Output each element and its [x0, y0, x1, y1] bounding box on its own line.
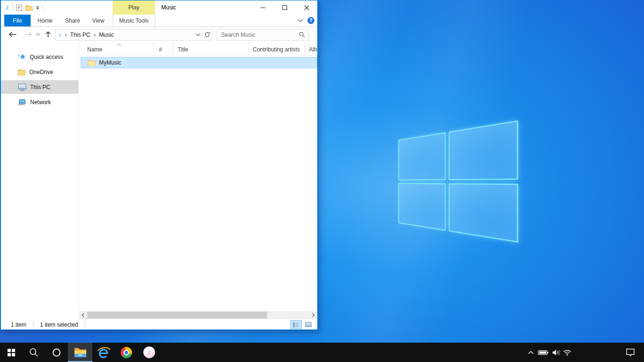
details-view-button[interactable]: [290, 320, 302, 329]
tab-view[interactable]: View: [88, 15, 108, 26]
navigation-bar: ♪ › This PC › Music: [1, 27, 317, 42]
help-icon[interactable]: ?: [307, 17, 314, 24]
taskbar: ♫: [0, 343, 644, 362]
sidebar-label: This PC: [30, 84, 50, 90]
sidebar-label: OneDrive: [29, 69, 53, 75]
back-button[interactable]: [8, 31, 17, 38]
scroll-left-icon[interactable]: [79, 311, 87, 319]
maximize-button[interactable]: [274, 0, 296, 15]
selection-count: 1 item selected: [40, 321, 78, 328]
separator: [42, 4, 43, 11]
chevron-up-icon: [528, 351, 534, 354]
action-center-button[interactable]: [623, 343, 638, 362]
scroll-right-icon[interactable]: [309, 311, 317, 319]
windows-logo-pane: [398, 183, 446, 231]
file-explorer-window: ♪ ✓ Play Music: [0, 0, 318, 330]
taskbar-search-button[interactable]: [23, 343, 45, 362]
search-icon: [29, 347, 39, 358]
search-box[interactable]: [217, 29, 309, 41]
taskbar-itunes-button[interactable]: ♫: [138, 343, 160, 362]
breadcrumb-chevron-icon: ›: [65, 31, 67, 38]
file-list: Name # Title Contributing artists Alb My…: [79, 42, 317, 311]
title-bar[interactable]: ♪ ✓ Play Music: [1, 0, 317, 15]
sidebar-item-quick-access[interactable]: Quick access: [1, 50, 78, 64]
sidebar-item-this-pc[interactable]: This PC: [1, 80, 78, 94]
ribbon-tab-strip: File Home Share View Music Tools ?: [1, 15, 317, 27]
column-header-name[interactable]: Name: [79, 42, 154, 56]
separator: [84, 321, 85, 328]
tab-share[interactable]: Share: [61, 15, 84, 26]
music-note-window-icon: ♪: [5, 4, 9, 11]
cortana-circle-icon: [51, 347, 62, 358]
tab-file[interactable]: File: [4, 15, 31, 26]
file-explorer-icon: [74, 347, 87, 358]
close-button[interactable]: [296, 0, 317, 15]
internet-explorer-icon: [97, 346, 111, 359]
column-header-track-number[interactable]: #: [154, 42, 173, 56]
explorer-main: Quick access OneDrive This PC: [1, 42, 317, 311]
expand-ribbon-chevron-icon[interactable]: [297, 19, 303, 22]
quick-access-star-icon: [18, 53, 26, 60]
chrome-icon: [121, 347, 132, 358]
horizontal-scrollbar-row: [1, 311, 317, 320]
search-input[interactable]: [217, 32, 299, 38]
status-bar: 1 item 1 item selected: [1, 320, 317, 329]
view-toggle-buttons: [290, 320, 314, 329]
cortana-button[interactable]: [45, 343, 68, 362]
customize-toolbar-dropdown-icon[interactable]: [36, 6, 39, 9]
recent-locations-chevron-icon[interactable]: [36, 33, 41, 36]
ribbon-right-controls: ?: [297, 15, 314, 26]
properties-icon[interactable]: ✓: [16, 5, 22, 11]
minimize-button[interactable]: [252, 0, 274, 15]
tab-home[interactable]: Home: [34, 15, 56, 26]
refresh-icon[interactable]: [202, 29, 212, 40]
action-center-icon: [626, 348, 635, 356]
quick-access-toolbar: ♪ ✓: [1, 4, 43, 11]
column-headers: Name # Title Contributing artists Alb: [79, 42, 317, 56]
minimize-icon: [261, 8, 265, 8]
address-bar[interactable]: ♪ › This PC › Music: [55, 29, 212, 41]
taskbar-chrome-button[interactable]: [115, 343, 138, 362]
sidebar-label: Network: [30, 99, 51, 106]
separator: [12, 4, 13, 11]
horizontal-scrollbar[interactable]: [79, 311, 317, 319]
breadcrumb-music[interactable]: Music: [99, 32, 114, 38]
network-computer-icon: [18, 99, 26, 106]
thumbnail-view-icon: [305, 322, 312, 327]
scrollbar-thumb[interactable]: [87, 312, 267, 319]
column-header-album[interactable]: Alb: [305, 42, 317, 56]
breadcrumb-chevron-icon: ›: [94, 31, 96, 38]
wifi-icon[interactable]: [560, 343, 574, 362]
up-button[interactable]: [44, 31, 52, 38]
maximize-icon: [282, 5, 287, 10]
taskbar-internet-explorer-button[interactable]: [92, 343, 115, 362]
folder-icon: [88, 59, 96, 66]
music-note-folder-icon: ♪: [58, 32, 62, 38]
forward-button[interactable]: [24, 31, 33, 38]
address-dropdown-chevron-icon[interactable]: [194, 33, 202, 36]
close-icon: [304, 5, 309, 10]
sidebar-label: Quick access: [30, 54, 63, 60]
column-header-contributing-artists[interactable]: Contributing artists: [248, 42, 305, 56]
details-view-icon: [293, 322, 299, 328]
onedrive-folder-icon: [18, 69, 25, 75]
taskbar-file-explorer-button[interactable]: [68, 343, 92, 362]
large-icons-view-button[interactable]: [303, 320, 314, 329]
desktop: ♪ ✓ Play Music: [0, 0, 644, 362]
contextual-tab-group-play[interactable]: Play: [113, 0, 155, 15]
search-icon[interactable]: [299, 32, 308, 38]
sidebar-item-onedrive[interactable]: OneDrive: [1, 65, 78, 79]
separator: [33, 321, 33, 328]
play-tab-label: Play: [128, 4, 139, 11]
sort-ascending-icon: [116, 43, 121, 46]
column-header-title[interactable]: Title: [173, 42, 248, 56]
start-button[interactable]: [0, 343, 23, 362]
new-folder-icon[interactable]: [25, 5, 33, 11]
file-row-mymusic[interactable]: MyMusic: [81, 57, 317, 68]
sidebar-item-network[interactable]: Network: [1, 95, 78, 109]
breadcrumb-this-pc[interactable]: This PC: [70, 32, 91, 38]
navigation-pane: Quick access OneDrive This PC: [1, 42, 79, 311]
windows-logo-pane: [398, 132, 446, 181]
tab-music-tools[interactable]: Music Tools: [113, 15, 155, 26]
windows-logo: [398, 120, 518, 242]
